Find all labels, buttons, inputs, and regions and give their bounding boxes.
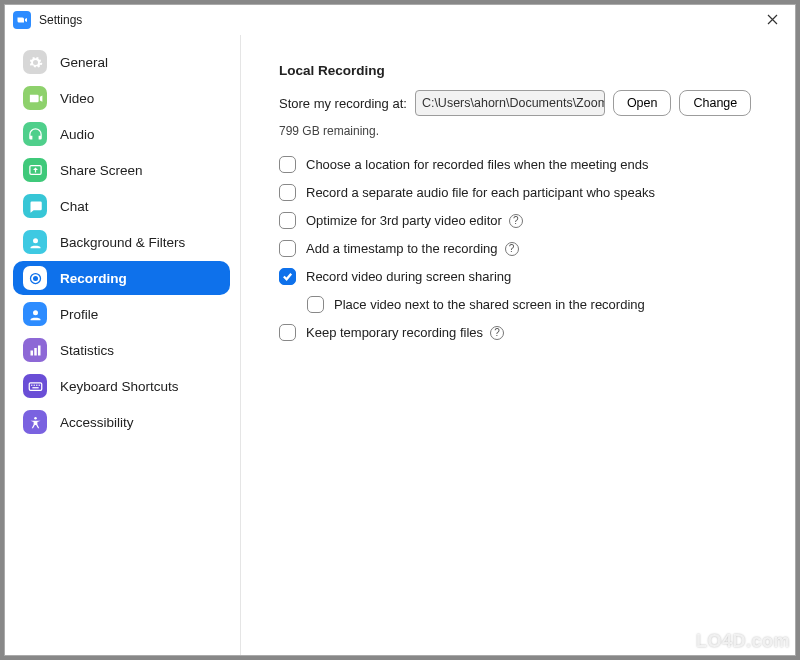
svg-rect-6 [34,348,37,356]
sidebar-item-label: Audio [60,127,95,142]
option-row: Add a timestamp to the recording? [279,240,765,257]
svg-point-14 [34,416,37,419]
svg-rect-9 [31,384,32,385]
storage-remaining: 799 GB remaining. [279,124,765,138]
sidebar-item-label: Chat [60,199,89,214]
main-panel: Local Recording Store my recording at: C… [241,35,795,655]
svg-point-3 [33,276,38,281]
settings-window: Settings General Video [4,4,796,656]
chat-icon [23,194,47,218]
svg-rect-12 [38,384,39,385]
help-icon[interactable]: ? [505,242,519,256]
option-row: Record a separate audio file for each pa… [279,184,765,201]
sidebar-item-label: Share Screen [60,163,143,178]
sidebar: General Video Audio Share Screen [5,35,241,655]
option-label: Keep temporary recording files [306,325,483,340]
sidebar-item-label: Keyboard Shortcuts [60,379,179,394]
help-icon[interactable]: ? [490,326,504,340]
option-row: Keep temporary recording files? [279,324,765,341]
sidebar-item-label: Accessibility [60,415,134,430]
statistics-icon [23,338,47,362]
sidebar-item-general[interactable]: General [13,45,230,79]
recording-path-value: C:\Users\ahorn\Documents\Zoom [422,96,605,110]
sidebar-item-background-filters[interactable]: Background & Filters [13,225,230,259]
svg-rect-11 [36,384,37,385]
help-icon[interactable]: ? [509,214,523,228]
option-label: Record video during screen sharing [306,269,511,284]
svg-point-1 [33,238,38,243]
sidebar-item-label: Profile [60,307,98,322]
option-label: Optimize for 3rd party video editor [306,213,502,228]
option-row: Choose a location for recorded files whe… [279,156,765,173]
checkbox[interactable] [279,156,296,173]
background-icon [23,230,47,254]
checkbox[interactable] [279,240,296,257]
accessibility-icon [23,410,47,434]
option-label: Record a separate audio file for each pa… [306,185,655,200]
titlebar: Settings [5,5,795,35]
sidebar-item-label: Statistics [60,343,114,358]
sidebar-item-label: Recording [60,271,127,286]
sidebar-item-chat[interactable]: Chat [13,189,230,223]
store-location-row: Store my recording at: C:\Users\ahorn\Do… [279,90,765,116]
option-label: Add a timestamp to the recording [306,241,498,256]
close-button[interactable] [757,8,787,32]
sidebar-item-audio[interactable]: Audio [13,117,230,151]
svg-rect-8 [29,382,42,390]
option-label: Place video next to the shared screen in… [334,297,645,312]
open-button[interactable]: Open [613,90,672,116]
option-row: Place video next to the shared screen in… [307,296,765,313]
sidebar-item-label: Background & Filters [60,235,185,250]
gear-icon [23,50,47,74]
checkbox[interactable] [279,184,296,201]
video-icon [23,86,47,110]
checkbox[interactable] [279,212,296,229]
sidebar-item-keyboard-shortcuts[interactable]: Keyboard Shortcuts [13,369,230,403]
svg-rect-10 [33,384,34,385]
svg-rect-5 [30,350,33,355]
store-label: Store my recording at: [279,96,407,111]
section-title: Local Recording [279,63,765,78]
record-icon [23,266,47,290]
svg-rect-7 [38,345,41,355]
sidebar-item-accessibility[interactable]: Accessibility [13,405,230,439]
share-screen-icon [23,158,47,182]
sidebar-item-share-screen[interactable]: Share Screen [13,153,230,187]
sidebar-item-label: General [60,55,108,70]
sidebar-item-video[interactable]: Video [13,81,230,115]
watermark: LO4D.com [668,630,790,652]
sidebar-item-label: Video [60,91,94,106]
watermark-icon [668,630,690,652]
recording-path-input[interactable]: C:\Users\ahorn\Documents\Zoom [415,90,605,116]
window-body: General Video Audio Share Screen [5,35,795,655]
checkbox[interactable] [279,268,296,285]
option-label: Choose a location for recorded files whe… [306,157,649,172]
option-row: Optimize for 3rd party video editor? [279,212,765,229]
option-row: Record video during screen sharing [279,268,765,285]
sidebar-item-profile[interactable]: Profile [13,297,230,331]
checkbox[interactable] [279,324,296,341]
sidebar-item-recording[interactable]: Recording [13,261,230,295]
zoom-app-icon [13,11,31,29]
profile-icon [23,302,47,326]
checkbox[interactable] [307,296,324,313]
watermark-text: LO4D.com [696,631,790,652]
change-button[interactable]: Change [679,90,751,116]
keyboard-icon [23,374,47,398]
options-list: Choose a location for recorded files whe… [279,156,765,341]
headphones-icon [23,122,47,146]
window-title: Settings [39,13,82,27]
sidebar-item-statistics[interactable]: Statistics [13,333,230,367]
svg-rect-13 [32,387,38,388]
svg-point-4 [33,310,38,315]
